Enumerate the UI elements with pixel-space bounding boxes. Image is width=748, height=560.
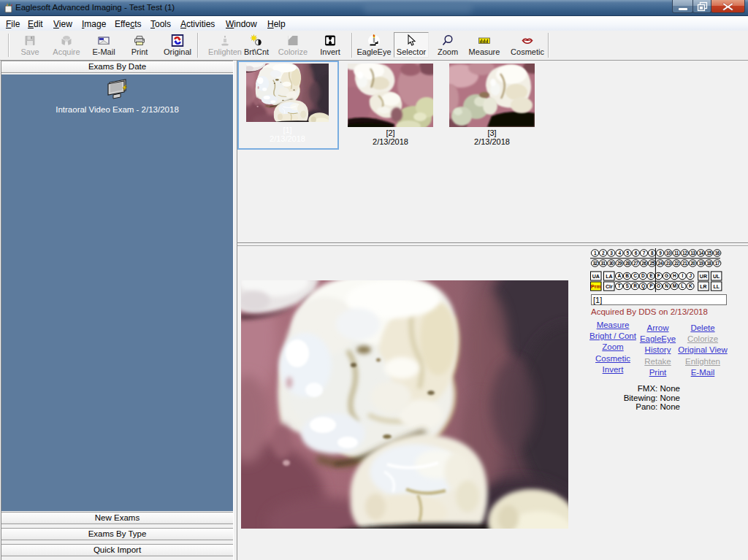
svg-text:20: 20 xyxy=(690,261,695,266)
svg-text:24: 24 xyxy=(658,261,663,266)
svg-text:19: 19 xyxy=(698,261,703,266)
svg-text:26: 26 xyxy=(641,261,646,266)
svg-text:29: 29 xyxy=(617,261,622,266)
svg-text:10: 10 xyxy=(666,250,671,256)
svg-text:27: 27 xyxy=(633,261,638,266)
svg-text:LA: LA xyxy=(606,274,612,279)
svg-text:11: 11 xyxy=(674,250,679,256)
svg-text:22: 22 xyxy=(674,261,679,266)
svg-text:16: 16 xyxy=(715,250,720,256)
svg-text:UA: UA xyxy=(592,274,600,279)
svg-text:15: 15 xyxy=(706,250,711,256)
svg-text:UR: UR xyxy=(700,274,707,279)
svg-text:32: 32 xyxy=(592,261,598,266)
svg-text:17: 17 xyxy=(715,261,720,266)
svg-text:M: M xyxy=(673,283,676,288)
svg-text:Clr: Clr xyxy=(606,284,613,289)
svg-text:14: 14 xyxy=(698,250,703,256)
svg-text:T: T xyxy=(618,283,621,288)
svg-text:12: 12 xyxy=(682,250,687,256)
svg-text:25: 25 xyxy=(649,261,654,266)
svg-text:18: 18 xyxy=(706,261,711,266)
svg-text:LR: LR xyxy=(700,284,706,289)
svg-text:G: G xyxy=(665,273,668,278)
svg-text:21: 21 xyxy=(682,261,687,266)
svg-text:O: O xyxy=(657,283,660,288)
svg-text:Prm: Prm xyxy=(591,284,601,289)
svg-text:Q: Q xyxy=(641,283,645,289)
svg-text:L: L xyxy=(681,283,684,288)
svg-text:30: 30 xyxy=(609,261,614,266)
svg-text:31: 31 xyxy=(600,261,606,266)
svg-text:UL: UL xyxy=(713,274,720,279)
svg-text:28: 28 xyxy=(625,261,630,266)
svg-text:13: 13 xyxy=(690,250,695,256)
svg-text:LL: LL xyxy=(713,284,720,289)
svg-text:F: F xyxy=(657,273,660,278)
svg-text:23: 23 xyxy=(666,261,671,266)
